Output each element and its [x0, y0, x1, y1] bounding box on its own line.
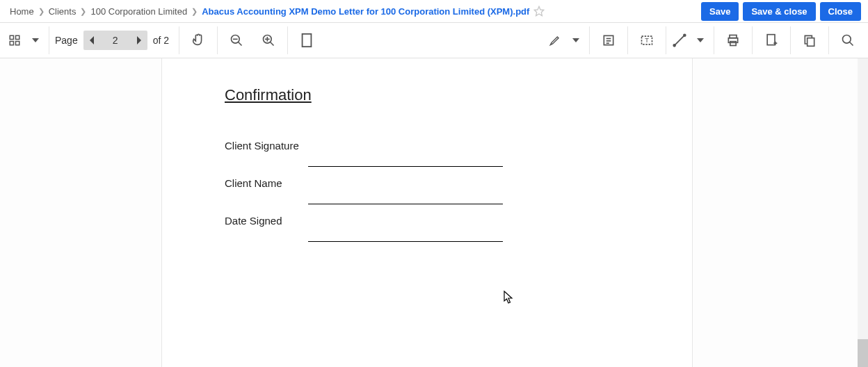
- highlighter-dropdown-icon[interactable]: [565, 23, 586, 58]
- svg-marker-0: [535, 6, 544, 15]
- panel-dropdown-icon[interactable]: [25, 23, 46, 58]
- scrollbar[interactable]: [858, 58, 868, 367]
- toolbar-separator: [217, 26, 218, 54]
- field-row-date: Date Signed: [225, 207, 629, 245]
- page-nav: [83, 31, 147, 50]
- chevron-right-icon: ❯: [191, 7, 198, 16]
- scroll-thumb[interactable]: [858, 339, 868, 367]
- next-page-button[interactable]: [129, 31, 147, 50]
- svg-rect-3: [10, 42, 13, 45]
- zoom-in-icon[interactable]: [252, 23, 284, 58]
- svg-line-14: [271, 42, 274, 46]
- fit-page-icon[interactable]: [291, 23, 323, 58]
- highlighter-icon[interactable]: [545, 23, 565, 58]
- pan-tool-icon[interactable]: [182, 23, 214, 58]
- toolbar-separator: [179, 26, 179, 54]
- svg-marker-5: [32, 38, 39, 42]
- toolbar-separator: [828, 26, 829, 54]
- field-label: Client Name: [225, 177, 308, 207]
- crumb-home[interactable]: Home: [10, 6, 34, 17]
- svg-marker-16: [572, 38, 579, 42]
- crumb-file[interactable]: Abacus Accounting XPM Demo Letter for 10…: [202, 6, 529, 17]
- field-row-signature: Client Signature: [225, 132, 629, 170]
- toolbar-separator: [790, 26, 791, 54]
- svg-rect-1: [10, 35, 13, 39]
- field-row-name: Client Name: [225, 170, 629, 207]
- field-label: Client Signature: [225, 140, 308, 170]
- document-viewport[interactable]: Confirmation Client Signature Client Nam…: [0, 58, 868, 367]
- svg-line-23: [675, 35, 685, 46]
- print-icon[interactable]: [717, 23, 749, 58]
- crumb-clients[interactable]: Clients: [49, 6, 77, 17]
- page-total: of 2: [147, 35, 176, 46]
- svg-rect-15: [303, 34, 312, 47]
- zoom-out-icon[interactable]: [220, 23, 252, 58]
- pdf-toolbar: Page of 2 T: [0, 22, 868, 58]
- svg-point-25: [684, 34, 686, 36]
- doc-heading: Confirmation: [225, 86, 629, 104]
- svg-marker-7: [137, 36, 141, 44]
- toolbar-separator: [714, 26, 714, 54]
- svg-rect-33: [807, 38, 814, 47]
- signature-line: [308, 204, 503, 204]
- svg-point-24: [673, 44, 675, 47]
- svg-line-35: [850, 42, 853, 46]
- svg-marker-26: [697, 38, 704, 42]
- toolbar-separator: [589, 26, 590, 54]
- note-icon[interactable]: [593, 23, 625, 58]
- line-dropdown-icon[interactable]: [690, 23, 711, 58]
- star-icon[interactable]: [533, 6, 545, 17]
- add-page-icon[interactable]: [755, 23, 787, 58]
- toolbar-separator: [627, 26, 628, 54]
- prev-page-button[interactable]: [83, 31, 102, 50]
- signature-line: [308, 241, 503, 242]
- copy-icon[interactable]: [794, 23, 826, 58]
- breadcrumbs: Home ❯ Clients ❯ 100 Corporation Limited…: [10, 6, 545, 17]
- search-icon[interactable]: [832, 23, 864, 58]
- page-label: Page: [52, 35, 83, 46]
- chevron-right-icon: ❯: [80, 7, 86, 16]
- toolbar-separator: [752, 26, 753, 54]
- signature-line: [308, 166, 503, 167]
- toolbar-separator: [666, 26, 666, 54]
- chevron-right-icon: ❯: [38, 7, 45, 16]
- svg-line-10: [239, 42, 242, 46]
- svg-rect-2: [16, 35, 19, 39]
- text-box-icon[interactable]: T: [631, 23, 663, 58]
- field-label: Date Signed: [225, 215, 308, 245]
- page-input[interactable]: [102, 31, 129, 50]
- svg-rect-4: [16, 42, 19, 45]
- line-tool-icon[interactable]: [669, 23, 690, 58]
- top-bar: Home ❯ Clients ❯ 100 Corporation Limited…: [0, 0, 868, 22]
- pdf-page: Confirmation Client Signature Client Nam…: [161, 58, 693, 367]
- close-button[interactable]: Close: [820, 2, 861, 21]
- save-button[interactable]: Save: [701, 2, 739, 21]
- crumb-company[interactable]: 100 Corporation Limited: [90, 6, 187, 17]
- svg-point-34: [843, 35, 851, 44]
- save-close-button[interactable]: Save & close: [743, 2, 815, 21]
- toolbar-separator: [287, 26, 288, 54]
- toolbar-separator: [49, 26, 49, 54]
- thumbnails-icon[interactable]: [4, 23, 25, 58]
- action-buttons: Save Save & close Close: [701, 2, 861, 21]
- svg-marker-6: [90, 36, 94, 44]
- svg-text:T: T: [645, 37, 649, 44]
